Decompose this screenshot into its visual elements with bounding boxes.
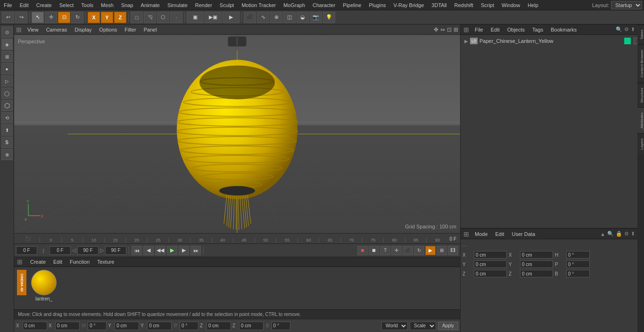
undo-button[interactable]: ↩ — [2, 12, 14, 23]
menu-render[interactable]: Render — [191, 1, 216, 9]
layout-dropdown[interactable]: Startup — [611, 1, 642, 9]
left-tool-1[interactable]: ◈ — [1, 39, 13, 50]
attr-menu-edit[interactable]: Edit — [494, 231, 506, 237]
go-end-button[interactable]: ⏭ — [190, 246, 201, 255]
menu-3dtall[interactable]: 3DTAll — [428, 1, 450, 9]
rotate-tool-button[interactable]: ↻ — [71, 12, 83, 23]
left-tool-7[interactable]: ⟲ — [1, 112, 13, 123]
current-frame-input[interactable] — [16, 246, 37, 255]
attr-z2-input[interactable] — [520, 270, 553, 277]
menu-tools[interactable]: Tools — [77, 1, 97, 9]
menu-simulate[interactable]: Simulate — [164, 1, 191, 9]
go-start-button[interactable]: ⏮ — [132, 246, 142, 255]
3d-viewport[interactable]: Perspective Grid Spacing : 100 cm X Y Y — [14, 35, 460, 233]
y2-coord-input[interactable] — [147, 322, 172, 330]
cube-button[interactable]: ⬛ — [244, 12, 256, 23]
viewport-menu-panel[interactable]: Panel — [142, 26, 159, 33]
next-frame-button[interactable]: ▶ — [179, 246, 189, 255]
obj-menu-objects[interactable]: Objects — [505, 26, 527, 33]
attr-search-icon[interactable]: 🔍 — [607, 231, 614, 237]
grid-button[interactable]: ⊞ — [437, 246, 447, 255]
menu-script[interactable]: Script — [477, 1, 498, 9]
viewport-icon-4[interactable]: ⊞ — [454, 26, 458, 33]
world-dropdown[interactable]: World — [381, 322, 408, 330]
play-orange-button[interactable]: ▶ — [425, 246, 436, 255]
render-region-button[interactable]: ▣ — [187, 12, 204, 23]
menu-select[interactable]: Select — [56, 1, 78, 9]
attr-z-input[interactable] — [474, 270, 507, 277]
point-mode-button[interactable]: · — [170, 12, 182, 23]
viewport-menu-options[interactable]: Options — [97, 26, 119, 33]
menu-sculpt[interactable]: Sculpt — [216, 1, 238, 9]
menu-plugins[interactable]: Plugins — [365, 1, 389, 9]
light-button[interactable]: 💡 — [323, 12, 335, 23]
attr-settings-icon[interactable]: ⚙ — [624, 231, 629, 237]
left-tool-8[interactable]: ⬆ — [1, 124, 13, 136]
obj-menu-tags[interactable]: Tags — [530, 26, 545, 33]
menu-help[interactable]: Help — [524, 1, 542, 9]
play-reverse-button[interactable]: ◀◀ — [155, 246, 165, 255]
camera-button[interactable]: 📷 — [310, 12, 322, 23]
mat-menu-texture[interactable]: Texture — [95, 259, 116, 265]
menu-snap[interactable]: Snap — [117, 1, 137, 9]
render-active-button[interactable]: ▶▣ — [205, 12, 222, 23]
motion-crosshair[interactable]: ✛ — [391, 246, 402, 255]
x2-coord-input[interactable] — [55, 322, 80, 330]
stop-button[interactable]: ⏹ — [369, 246, 379, 255]
left-tool-4[interactable]: ▷ — [1, 75, 13, 87]
scale-tool-button[interactable]: ⊡ — [58, 12, 70, 23]
attr-p-input[interactable] — [566, 260, 590, 268]
menu-window[interactable]: Window — [498, 1, 524, 9]
attr-resize-icon[interactable]: ⬆ — [631, 231, 635, 237]
menu-file[interactable]: File — [0, 1, 16, 9]
attr-x-input[interactable] — [474, 251, 507, 259]
viewport-menu-filter[interactable]: Filter — [123, 26, 138, 33]
tab-layers[interactable]: Layers — [637, 133, 644, 154]
viewport-menu-display[interactable]: Display — [73, 26, 93, 33]
obj-menu-bookmarks[interactable]: Bookmarks — [549, 26, 578, 33]
viewport-icon-1[interactable]: ✥ — [434, 26, 438, 33]
viewport-menu-view[interactable]: View — [25, 26, 41, 33]
attr-x2-input[interactable] — [520, 251, 553, 259]
select-tool-button[interactable]: ↖ — [32, 12, 44, 23]
h-coord-input[interactable] — [88, 322, 107, 330]
help-button[interactable]: ? — [380, 246, 390, 255]
viewport-menu-cameras[interactable]: Cameras — [44, 26, 69, 33]
deformer-button[interactable]: ◫ — [283, 12, 296, 23]
menu-character[interactable]: Character — [309, 1, 339, 9]
menu-create[interactable]: Create — [33, 1, 56, 9]
menu-redshift[interactable]: Redshift — [451, 1, 477, 9]
attr-y2-input[interactable] — [520, 260, 553, 268]
tab-takes[interactable]: Takes — [637, 24, 644, 44]
z-coord-input[interactable] — [206, 322, 231, 330]
play-forward-button[interactable]: ▶ — [167, 246, 177, 255]
move-tool-button[interactable]: ✛ — [45, 12, 57, 23]
menu-vray[interactable]: V-Ray Bridge — [390, 1, 428, 9]
end-frame-input[interactable] — [77, 246, 99, 255]
left-tool-3[interactable]: ● — [1, 63, 13, 74]
generator-button[interactable]: ⊕ — [270, 12, 282, 23]
menu-motion-tracker[interactable]: Motion Tracker — [238, 1, 280, 9]
attr-up-icon[interactable]: ▲ — [600, 231, 605, 237]
attr-lock-icon[interactable]: 🔒 — [616, 231, 622, 237]
redo-button[interactable]: ↪ — [15, 12, 27, 23]
left-tool-2[interactable]: ⊞ — [1, 51, 13, 62]
z2-coord-input[interactable] — [239, 322, 264, 330]
prev-frame-button[interactable]: ◀ — [143, 246, 154, 255]
p-coord-input[interactable] — [180, 322, 198, 330]
mat-menu-create[interactable]: Create — [28, 259, 48, 265]
fps-frame-input[interactable] — [105, 246, 126, 255]
b-coord-input[interactable] — [272, 322, 290, 330]
apply-button[interactable]: Apply — [438, 322, 458, 330]
x-coord-input[interactable] — [23, 322, 47, 330]
left-tool-5[interactable]: ◯ — [1, 88, 13, 99]
attr-menu-userdata[interactable]: User Data — [510, 231, 537, 237]
tab-content-browser[interactable]: Content Browser — [637, 44, 644, 82]
left-tool-0[interactable]: ⊙ — [1, 26, 13, 38]
scale-dropdown[interactable]: Scale — [410, 322, 436, 330]
viewport-icon-3[interactable]: ⊡ — [447, 26, 452, 33]
record-button[interactable]: ⏺ — [357, 246, 368, 255]
left-tool-10[interactable]: ⊕ — [1, 149, 13, 160]
left-tool-9[interactable]: S — [1, 137, 13, 148]
menu-mesh[interactable]: Mesh — [97, 1, 117, 9]
